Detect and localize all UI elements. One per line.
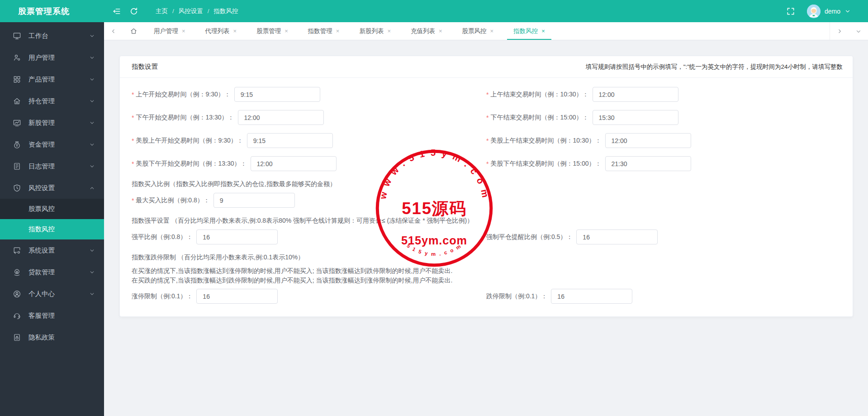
tab-close-icon[interactable]: ×	[541, 28, 545, 34]
tabs-menu-chevron-icon[interactable]	[849, 22, 868, 40]
sidebar-item-index-risk[interactable]: 指数风控	[0, 219, 104, 239]
up-limit-input[interactable]	[196, 289, 278, 304]
card-header: 指数设置 填写规则请按照括号中的示例填写，":"统一为英文中的字符，提现时间为2…	[120, 56, 853, 78]
home-tab-icon[interactable]	[123, 22, 144, 40]
tabs-list: 用户管理 × 代理列表 × 股票管理 × 指数管理 × 新股列表 ×	[144, 22, 830, 40]
sidebar-item-workbench[interactable]: 工作台	[0, 25, 104, 47]
tab-close-icon[interactable]: ×	[285, 28, 288, 34]
required-mark: *	[132, 91, 134, 98]
down-limit-input[interactable]	[551, 289, 632, 304]
am-end-input[interactable]	[593, 87, 678, 102]
tab-stock-management[interactable]: 股票管理 ×	[247, 22, 298, 40]
main-area: 用户管理 × 代理列表 × 股票管理 × 指数管理 × 新股列表 ×	[104, 22, 868, 416]
required-mark: *	[132, 137, 134, 144]
sidebar-item-stock-risk[interactable]: 股票风控	[0, 199, 104, 219]
tab-close-icon[interactable]: ×	[490, 28, 494, 34]
fill-rules-hint: 填写规则请按照括号中的示例填写，":"统一为英文中的字符，提现时间为24小时制，…	[586, 63, 843, 71]
avatar[interactable]	[807, 5, 821, 18]
field-us-pm-end: *美股下午结束交易时间（例：15:00）：	[486, 156, 841, 171]
sidebar-item-label: 产品管理	[28, 75, 89, 84]
risk-settings-submenu: 股票风控 指数风控	[0, 199, 104, 239]
pm-start-input[interactable]	[238, 110, 324, 125]
max-buy-ratio-input[interactable]	[213, 193, 295, 208]
limit-section-desc-1: 在买涨的情况下,当该指数涨幅达到涨停限制的时候,用户不能买入; 当该指数涨幅达到…	[132, 266, 841, 276]
tab-user-management[interactable]: 用户管理 ×	[144, 22, 195, 40]
field-us-am-end: *美股上午结束交易时间（例：10:30）：	[486, 133, 841, 148]
tab-label: 用户管理	[154, 27, 178, 35]
field-pm-start: *下午开始交易时间（例：13:30）：	[132, 110, 486, 125]
required-mark: *	[486, 91, 489, 98]
limit-section-title: 指数涨跌停限制 （百分比均采用小数来表示,例:0.1表示10%）	[132, 253, 841, 262]
sidebar-item-privacy-policy[interactable]: 隐私政策	[0, 326, 104, 348]
tab-index-management[interactable]: 指数管理 ×	[298, 22, 350, 40]
liquidation-section-title: 指数强平设置 （百分比均采用小数来表示,例:0.8表示80% 强制平仓线计算规则…	[132, 216, 841, 225]
tab-index-risk[interactable]: 指数风控 ×	[503, 22, 555, 40]
us-pm-start-input[interactable]	[251, 156, 337, 171]
tabs-scroll-left-icon[interactable]	[104, 22, 123, 40]
sidebar-item-user-management[interactable]: 用户管理	[0, 47, 104, 68]
us-am-start-input[interactable]	[247, 133, 333, 148]
field-label: *美股上午开始交易时间（例：9:30）：	[132, 137, 243, 145]
sidebar-item-position-management[interactable]: 持仓管理	[0, 90, 104, 112]
sidebar-item-profile-center[interactable]: 个人中心	[0, 283, 104, 305]
sidebar-item-log-management[interactable]: 日志管理	[0, 155, 104, 177]
form-row: *下午开始交易时间（例：13:30）： *下午结束交易时间（例：15:00）：	[132, 110, 841, 125]
tab-agent-list[interactable]: 代理列表 ×	[195, 22, 247, 40]
tab-label: 新股列表	[359, 27, 384, 35]
username[interactable]: demo	[825, 8, 840, 15]
liquidation-remind-ratio-input[interactable]	[576, 230, 658, 244]
sidebar-subitem-label: 指数风控	[28, 225, 55, 234]
sidebar-item-label: 贷款管理	[28, 268, 89, 277]
breadcrumb-separator: /	[208, 8, 209, 14]
form-row: 强平比例（例:0.8）： 强制平仓提醒比例（例:0.5）：	[132, 230, 841, 244]
breadcrumb-home[interactable]: 主页	[156, 7, 168, 15]
tab-close-icon[interactable]: ×	[336, 28, 340, 34]
sidebar-item-product-management[interactable]: 产品管理	[0, 68, 104, 90]
pm-end-input[interactable]	[593, 110, 678, 125]
sidebar-item-customer-service[interactable]: 客服管理	[0, 305, 104, 326]
form-row: *最大买入比例（例:0.8）：	[132, 193, 841, 208]
refresh-icon[interactable]	[129, 7, 138, 16]
app-window: 股票管理系统 主页 / 风控设置 / 指数风控 demo	[0, 0, 868, 416]
tabs-scroll-right-icon[interactable]	[830, 22, 849, 40]
chevron-up-icon	[89, 185, 95, 191]
sidebar-collapse-icon[interactable]	[112, 7, 121, 16]
tab-stock-risk[interactable]: 股票风控 ×	[452, 22, 504, 40]
user-menu[interactable]: demo	[807, 5, 851, 18]
sidebar-item-label: 工作台	[28, 32, 89, 40]
tab-close-icon[interactable]: ×	[387, 28, 391, 34]
liquidation-ratio-input[interactable]	[196, 230, 278, 244]
chevron-down-icon	[89, 248, 95, 253]
field-up-limit: 涨停限制（例:0.1）：	[132, 289, 486, 304]
tab-bar-right-controls	[830, 22, 868, 40]
breadcrumb-section[interactable]: 风控设置	[179, 7, 203, 15]
sidebar-item-loan-management[interactable]: 贷款管理	[0, 261, 104, 283]
us-am-end-input[interactable]	[605, 133, 691, 148]
field-label: 涨停限制（例:0.1）：	[132, 292, 193, 301]
sidebar-item-new-stock-management[interactable]: 新股管理	[0, 112, 104, 134]
sidebar-item-label: 用户管理	[28, 53, 89, 62]
tab-close-icon[interactable]: ×	[233, 28, 237, 34]
us-pm-end-input[interactable]	[605, 156, 691, 171]
tab-close-icon[interactable]: ×	[182, 28, 185, 34]
sidebar-item-system-settings[interactable]: 系统设置	[0, 239, 104, 261]
tab-recharge-list[interactable]: 充值列表 ×	[401, 22, 452, 40]
tab-close-icon[interactable]: ×	[439, 28, 442, 34]
headset-icon	[13, 311, 21, 320]
field-label: *上午开始交易时间（例：9:30）：	[132, 91, 231, 99]
shield-icon	[13, 184, 21, 192]
chevron-down-icon	[89, 291, 95, 297]
am-start-input[interactable]	[234, 87, 320, 102]
index-settings-card: 指数设置 填写规则请按照括号中的示例填写，":"统一为英文中的字符，提现时间为2…	[119, 56, 853, 317]
sidebar-item-funds-management[interactable]: 资金管理	[0, 134, 104, 155]
chevron-down-icon	[89, 163, 95, 169]
sidebar-item-risk-settings[interactable]: 风控设置	[0, 177, 104, 199]
fullscreen-icon[interactable]	[786, 7, 795, 16]
field-us-pm-start: *美股下午开始交易时间（例：13:30）：	[132, 156, 486, 171]
field-label: 强制平仓提醒比例（例:0.5）：	[486, 233, 573, 241]
chevron-down-icon	[89, 98, 95, 104]
field-label: 跌停限制（例:0.1）：	[486, 292, 547, 301]
tab-new-stock-list[interactable]: 新股列表 ×	[349, 22, 401, 40]
form-row: 涨停限制（例:0.1）： 跌停限制（例:0.1）：	[132, 289, 841, 304]
workbench-icon	[13, 32, 21, 40]
